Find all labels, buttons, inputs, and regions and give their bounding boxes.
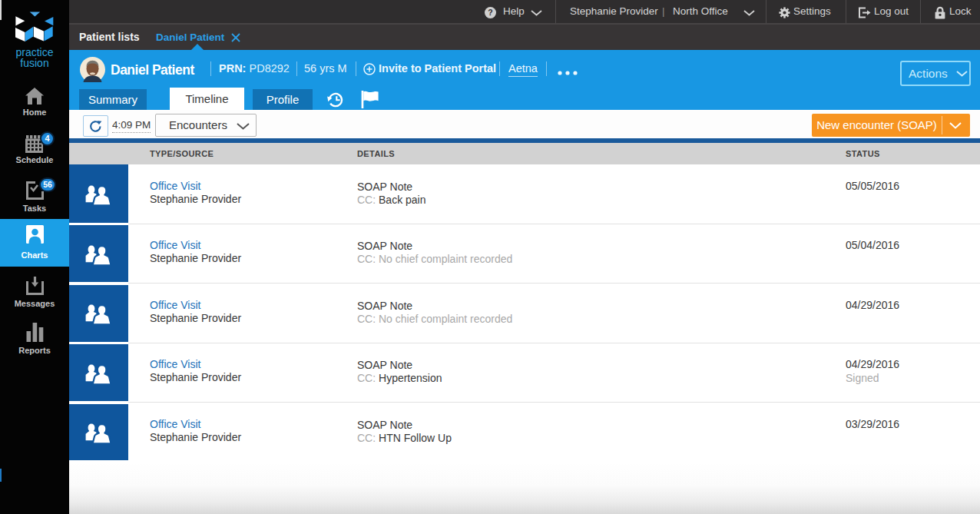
svg-text:?: ? [488, 8, 492, 17]
